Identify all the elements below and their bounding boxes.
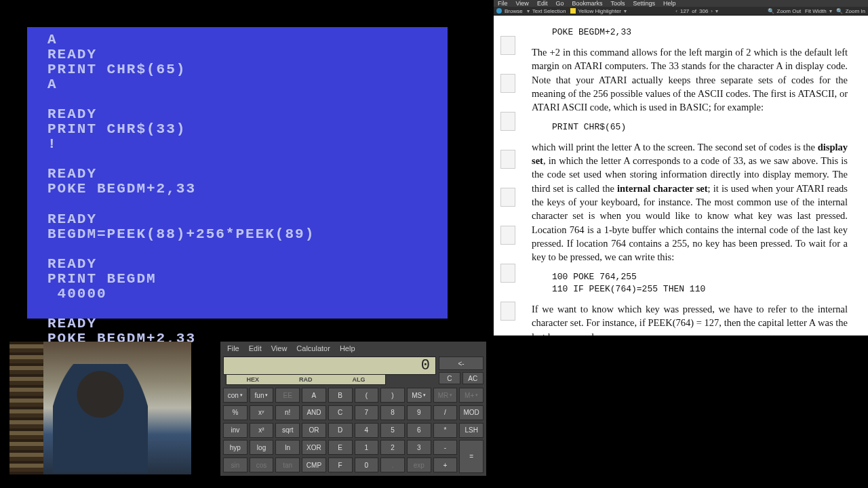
calc-key-0[interactable]: 0 xyxy=(355,458,379,472)
pdf-thumbnail[interactable] xyxy=(500,302,515,321)
mode-alg[interactable]: ALG xyxy=(352,376,365,383)
pdf-thumbnail[interactable] xyxy=(500,226,515,245)
pdf-page[interactable]: POKE BEGDM+2,33 The +2 in this command a… xyxy=(494,16,868,336)
calc-key-4[interactable]: 4 xyxy=(355,423,379,438)
calc-key-b[interactable]: B xyxy=(328,388,353,403)
pdf-menu-settings[interactable]: Settings xyxy=(633,0,655,7)
calc-key-fun[interactable]: fun▾ xyxy=(250,388,274,403)
toolbar-fit-width[interactable]: Fit Width xyxy=(805,8,827,14)
toolbar-browse[interactable]: Browse xyxy=(505,8,523,14)
highlighter-icon[interactable] xyxy=(570,8,576,14)
pdf-thumbnail[interactable] xyxy=(500,188,515,207)
calc-key-[interactable]: + xyxy=(433,458,458,472)
calc-key-tan[interactable]: tan xyxy=(275,458,300,472)
calc-menu-view[interactable]: View xyxy=(271,344,288,352)
page-next-icon[interactable]: › xyxy=(711,8,713,14)
calc-key-lsh[interactable]: LSH xyxy=(459,423,484,438)
calc-key-sin[interactable]: sin xyxy=(223,458,248,472)
calc-menu-edit[interactable]: Edit xyxy=(249,344,262,352)
pdf-menu-bookmarks[interactable]: Bookmarks xyxy=(572,0,602,7)
calc-key-n[interactable]: n! xyxy=(275,405,300,420)
calc-menu-calculator[interactable]: Calculator xyxy=(296,344,330,352)
calculator-menubar: FileEditViewCalculatorHelp xyxy=(220,342,486,355)
calc-key-[interactable]: * xyxy=(433,423,458,438)
chevron-down-icon[interactable]: ▾ xyxy=(829,8,832,14)
calc-key-ms[interactable]: MS▾ xyxy=(407,388,431,403)
pdf-viewer-window: FileViewEditGoBookmarksToolsSettingsHelp… xyxy=(494,0,868,336)
calc-key-cos[interactable]: cos xyxy=(250,458,274,472)
pdf-thumbnail[interactable] xyxy=(500,264,515,283)
calc-key-inv[interactable]: inv xyxy=(223,423,248,438)
chevron-down-icon[interactable]: ▾ xyxy=(624,8,627,14)
calc-menu-help[interactable]: Help xyxy=(340,344,355,352)
calc-key-c[interactable]: C xyxy=(328,405,353,420)
pdf-thumbnail[interactable] xyxy=(500,74,515,93)
page-prev-icon[interactable]: ‹ xyxy=(675,8,677,14)
calc-key-3[interactable]: 3 xyxy=(407,440,431,455)
pdf-menu-tools[interactable]: Tools xyxy=(610,0,625,7)
pdf-thumbnail[interactable] xyxy=(500,36,515,55)
calc-key-mod[interactable]: MOD xyxy=(459,405,484,420)
toolbar-zoom-out[interactable]: Zoom Out xyxy=(777,8,802,14)
chevron-down-icon[interactable]: ▾ xyxy=(715,8,718,14)
calc-key-con[interactable]: con▾ xyxy=(223,388,248,403)
calc-key-x[interactable]: x² xyxy=(250,423,274,438)
calc-key-mr[interactable]: MR▾ xyxy=(433,388,458,403)
mode-rad[interactable]: RAD xyxy=(299,376,313,383)
pdf-thumbnail[interactable] xyxy=(500,112,515,131)
calc-key-2[interactable]: 2 xyxy=(380,440,405,455)
calc-key-d[interactable]: D xyxy=(328,423,353,438)
pdf-menu-file[interactable]: File xyxy=(498,0,508,7)
text-selection-icon[interactable]: ▾ xyxy=(527,8,530,14)
calc-key-[interactable]: ) xyxy=(380,388,405,403)
calc-key-1[interactable]: 1 xyxy=(355,440,379,455)
page-current[interactable]: 127 xyxy=(680,8,689,14)
calc-key-log[interactable]: log xyxy=(250,440,274,455)
calc-key-xor[interactable]: XOR xyxy=(302,440,326,455)
toolbar-text-selection[interactable]: Text Selection xyxy=(532,8,566,14)
calc-key-exp[interactable]: exp xyxy=(407,458,431,472)
calc-key-[interactable]: - xyxy=(433,440,458,455)
toolbar-highlighter[interactable]: Yellow Highlighter xyxy=(578,8,621,14)
emulator-screen[interactable]: A READY PRINT CHR$(65) A READY PRINT CHR… xyxy=(27,27,448,319)
pdf-menu-go[interactable]: Go xyxy=(555,0,564,7)
calc-key-ee[interactable]: EE xyxy=(275,388,300,403)
zoom-in-icon[interactable]: 🔍 xyxy=(836,8,843,14)
calc-key-e[interactable]: E xyxy=(328,440,353,455)
toolbar-zoom-in[interactable]: Zoom In xyxy=(846,8,865,14)
calc-key-m[interactable]: M+▾ xyxy=(459,388,484,403)
zoom-out-icon[interactable]: 🔍 xyxy=(768,8,774,14)
pdf-menu-help[interactable]: Help xyxy=(663,0,676,7)
pdf-menubar: FileViewEditGoBookmarksToolsSettingsHelp xyxy=(494,0,868,7)
pdf-menu-view[interactable]: View xyxy=(516,0,529,7)
calc-key-ln[interactable]: ln xyxy=(275,440,300,455)
calc-key-a[interactable]: A xyxy=(302,388,326,403)
calc-key-x[interactable]: xʸ xyxy=(250,405,274,420)
all-clear-button[interactable]: AC xyxy=(462,372,484,384)
calc-key-[interactable]: % xyxy=(223,405,248,420)
mode-hex[interactable]: HEX xyxy=(246,376,259,383)
calc-key-and[interactable]: AND xyxy=(302,405,326,420)
calc-key-7[interactable]: 7 xyxy=(355,405,379,420)
calc-key-6[interactable]: 6 xyxy=(407,423,431,438)
calc-key-or[interactable]: OR xyxy=(302,423,326,438)
clear-button[interactable]: C xyxy=(439,372,460,384)
calc-key-[interactable]: / xyxy=(433,405,458,420)
pdf-code-block: 100 POKE 764,255 110 IF PEEK(764)=255 TH… xyxy=(552,271,848,296)
pdf-thumbnail[interactable] xyxy=(500,150,515,169)
backspace-button[interactable]: <- xyxy=(439,357,484,370)
calc-key-sqrt[interactable]: sqrt xyxy=(275,423,300,438)
calc-key-hyp[interactable]: hyp xyxy=(223,440,248,455)
calc-key-5[interactable]: 5 xyxy=(380,423,405,438)
calc-key-[interactable]: ( xyxy=(355,388,379,403)
calc-key-8[interactable]: 8 xyxy=(380,405,405,420)
calc-menu-file[interactable]: File xyxy=(227,344,239,352)
calc-key-f[interactable]: F xyxy=(328,458,353,472)
pdf-menu-edit[interactable]: Edit xyxy=(537,0,548,7)
browse-icon[interactable] xyxy=(496,8,502,14)
webcam-feed xyxy=(9,342,191,474)
calc-key-[interactable]: . xyxy=(380,458,405,472)
calc-key-cmp[interactable]: CMP xyxy=(302,458,326,472)
calc-key-[interactable]: = xyxy=(459,440,484,473)
calc-key-9[interactable]: 9 xyxy=(407,405,431,420)
